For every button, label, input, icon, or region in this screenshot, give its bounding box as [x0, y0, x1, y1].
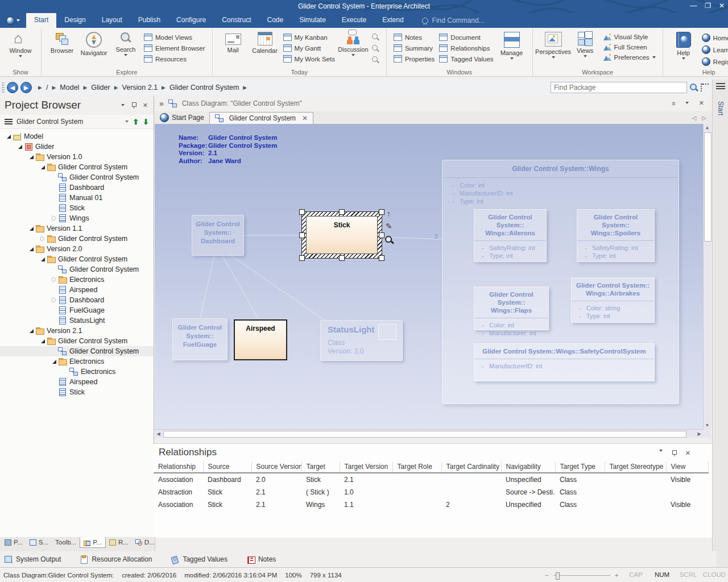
- ribbon-button-relationships[interactable]: Relationships: [439, 44, 493, 52]
- class-flaps[interactable]: Glider Control System:: Wings::Flaps-Col…: [474, 286, 549, 330]
- chevron-down-icon[interactable]: [685, 102, 689, 104]
- tree-item-model[interactable]: Model: [0, 131, 154, 142]
- app-menu-button[interactable]: [0, 13, 26, 28]
- class-safetycontrolsystem[interactable]: Glider Control System::Wings::SafetyCont…: [474, 343, 655, 381]
- expander-icon[interactable]: [39, 236, 47, 241]
- start-side-tab[interactable]: Start: [717, 101, 725, 115]
- quicklinker-icon[interactable]: ✎: [386, 222, 392, 231]
- zoom-element-icon[interactable]: [384, 235, 394, 244]
- ribbon-button-my-gantt[interactable]: My Gantt: [283, 44, 335, 52]
- tree-item-dashboard[interactable]: Dashboard: [0, 182, 154, 193]
- tree-item-glider[interactable]: Glider: [0, 142, 154, 152]
- expander-icon[interactable]: [39, 339, 47, 343]
- tree-item-version-2.0[interactable]: Version 2.0: [0, 244, 154, 254]
- diagram-canvas[interactable]: Name:Glider Control SystemPackage:Glider…: [155, 124, 703, 429]
- ribbon-button-navigator[interactable]: Navigator: [78, 30, 110, 56]
- expander-icon[interactable]: [50, 216, 58, 221]
- ribbon-tab-layout[interactable]: Layout: [94, 13, 130, 28]
- tree-item-glider-control-system[interactable]: Glider Control System: [0, 172, 154, 182]
- tree-item-glider-control-system[interactable]: Glider Control System: [0, 346, 154, 356]
- dock-tab-d[interactable]: D...: [132, 537, 158, 547]
- ribbon-button-properties[interactable]: Properties: [394, 55, 435, 63]
- breadcrumb-item[interactable]: Glider Control System: [169, 84, 239, 92]
- ribbon-button-help[interactable]: Help: [668, 30, 700, 60]
- tab-start-page[interactable]: Start Page: [155, 111, 209, 124]
- ribbon-button-full-screen[interactable]: Full Screen: [603, 44, 656, 51]
- browser-menu-icon[interactable]: [5, 119, 13, 124]
- dock-tab-toolb[interactable]: Toolb...: [52, 537, 80, 547]
- find-command[interactable]: Find Command...: [422, 13, 485, 28]
- chevron-down-icon[interactable]: [125, 120, 129, 123]
- ribbon-button-calendar[interactable]: Calendar: [249, 30, 281, 54]
- ribbon-tab-publish[interactable]: Publish: [130, 13, 168, 28]
- expander-icon[interactable]: [27, 227, 35, 231]
- tree-item-dashboard[interactable]: Dashboard: [0, 295, 154, 305]
- expander-icon[interactable]: [5, 135, 13, 139]
- forward-button[interactable]: ▶: [20, 82, 32, 93]
- dock-tab-r[interactable]: R...: [106, 537, 132, 547]
- expander-icon[interactable]: [50, 298, 58, 302]
- ribbon-tab-configure[interactable]: Configure: [168, 13, 214, 28]
- column-header-target[interactable]: Target: [301, 462, 340, 473]
- ribbon-button-home-page[interactable]: Home Page: [702, 34, 728, 42]
- tree-item-electronics[interactable]: Electronics: [0, 367, 154, 377]
- tree-item-version-1.0[interactable]: Version 1.0: [0, 152, 154, 162]
- ribbon-tab-execute[interactable]: Execute: [334, 13, 374, 28]
- vertical-scrollbar[interactable]: ▲ ▼: [703, 124, 712, 429]
- expander-icon[interactable]: [27, 155, 35, 159]
- ribbon-button-register[interactable]: Register: [702, 57, 728, 66]
- tab-scroll-right-icon[interactable]: ▷: [702, 115, 706, 121]
- class-ailerons[interactable]: Glider Control System:: Wings::Ailerons-…: [474, 209, 547, 262]
- tree-item-glider-control-system[interactable]: Glider Control System: [0, 264, 154, 275]
- move-up-icon[interactable]: ⬆: [133, 118, 139, 126]
- ribbon-tab-start[interactable]: Start: [26, 13, 56, 28]
- selection-handle[interactable]: [379, 209, 384, 215]
- tree-item-glider-control-system[interactable]: Glider Control System: [0, 254, 154, 264]
- selection-handle[interactable]: [379, 255, 384, 261]
- selection-handle[interactable]: [299, 209, 305, 215]
- ribbon-button-element-browser[interactable]: Element Browser: [144, 44, 205, 52]
- drag-handle[interactable]: [2, 82, 5, 93]
- column-header-relationship[interactable]: Relationship: [154, 462, 203, 473]
- tree-item-glider-control-system[interactable]: Glider Control System: [0, 336, 154, 346]
- package-wings[interactable]: Glider Control System::Wings -Color: int…: [442, 160, 679, 404]
- selection-handle[interactable]: [299, 232, 305, 238]
- zoom-slider[interactable]: [553, 575, 610, 576]
- dock-tab-notes[interactable]: Notes: [247, 555, 276, 563]
- ribbon-button-document[interactable]: Document: [439, 34, 493, 41]
- table-row[interactable]: AbstractionStick2.1( Stick )1.0Source ->…: [154, 486, 708, 498]
- tree-item-glider-control-system[interactable]: Glider Control System: [0, 162, 154, 172]
- tree-item-manual-01[interactable]: Manual 01: [0, 193, 154, 203]
- ribbon-button-resources[interactable]: Resources: [144, 55, 205, 63]
- ribbon-tab-code[interactable]: Code: [259, 13, 291, 28]
- find-package-input[interactable]: [551, 82, 687, 93]
- ribbon-button-window[interactable]: Window: [5, 30, 36, 57]
- pin-icon[interactable]: [672, 450, 676, 456]
- move-arrow-icon[interactable]: ↑: [387, 209, 391, 218]
- breadcrumb-item[interactable]: /: [46, 84, 48, 92]
- close-icon[interactable]: ✕: [699, 99, 704, 108]
- horizontal-scrollbar[interactable]: ◀ ▶: [155, 429, 703, 438]
- expander-icon[interactable]: [39, 165, 47, 169]
- ribbon-tab-design[interactable]: Design: [56, 13, 93, 28]
- search-icon[interactable]: [689, 83, 698, 92]
- scroll-down-icon[interactable]: ▼: [704, 422, 711, 429]
- expander-icon[interactable]: [39, 257, 47, 261]
- expand-icon[interactable]: »: [159, 99, 164, 108]
- ribbon-tab-construct[interactable]: Construct: [214, 13, 259, 28]
- selection-handle[interactable]: [299, 255, 305, 261]
- restore-icon[interactable]: ❐: [705, 2, 711, 10]
- class-stick-selected[interactable]: Stick: [301, 211, 382, 259]
- column-header-target-type[interactable]: Target Type: [555, 462, 605, 473]
- selection-handle[interactable]: [379, 232, 384, 238]
- tree-item-electronics[interactable]: Electronics: [0, 275, 154, 285]
- ribbon-button-my-work-sets[interactable]: My Work Sets: [283, 55, 335, 63]
- tree-item-wings[interactable]: Wings: [0, 213, 154, 223]
- zoom-out-icon[interactable]: −: [545, 572, 549, 579]
- ribbon-button-preferences[interactable]: Preferences: [603, 54, 656, 61]
- panel-menu-icon[interactable]: [659, 450, 663, 452]
- class-spoilers[interactable]: Glider Control System:: Wings::Spoilers-…: [577, 209, 655, 262]
- expander-icon[interactable]: [27, 329, 35, 333]
- scroll-right-icon[interactable]: ▶: [696, 430, 703, 438]
- selection-handle[interactable]: [339, 209, 345, 215]
